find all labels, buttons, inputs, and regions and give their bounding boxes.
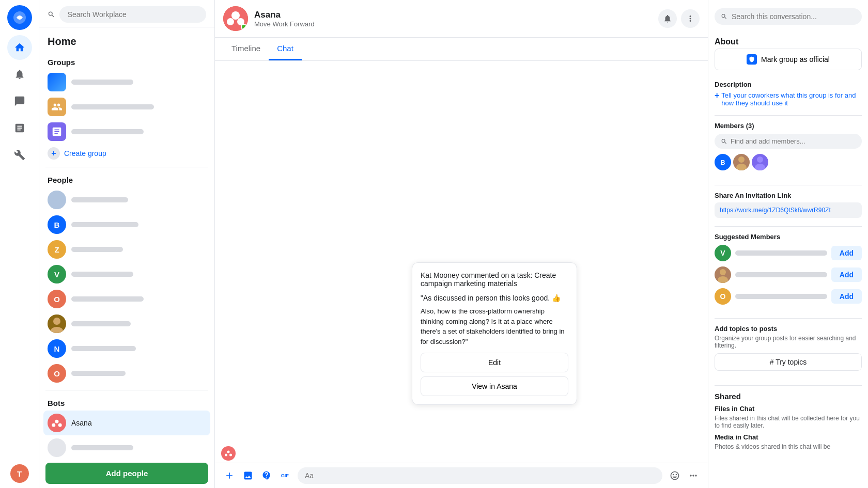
person-avatar-5: O bbox=[48, 290, 66, 308]
rs-divider-4 bbox=[715, 318, 862, 319]
add-suggested-2-button[interactable]: Add bbox=[831, 267, 862, 282]
edit-button[interactable]: Edit bbox=[421, 353, 568, 372]
svg-point-7 bbox=[58, 423, 62, 427]
add-icon-button[interactable] bbox=[221, 467, 238, 484]
svg-point-14 bbox=[229, 454, 232, 456]
group-item-2[interactable] bbox=[39, 95, 214, 119]
nav-bottom: T bbox=[10, 464, 29, 483]
suggested-item-2: Add bbox=[715, 266, 862, 283]
find-members-search bbox=[715, 134, 862, 149]
sidebar: Home Groups + Create group People bbox=[39, 0, 215, 488]
group-item-3[interactable] bbox=[39, 119, 214, 144]
person-item-3[interactable]: Z bbox=[39, 237, 214, 262]
notification-bell-button[interactable] bbox=[658, 9, 677, 28]
svg-point-9 bbox=[231, 11, 240, 20]
sidebar-content: Home Groups + Create group People bbox=[39, 27, 214, 459]
suggested-item-3: O Add bbox=[715, 288, 862, 305]
svg-point-3 bbox=[53, 318, 60, 325]
nav-tools-icon[interactable] bbox=[7, 143, 32, 167]
image-icon-button[interactable] bbox=[240, 467, 256, 484]
chat-text-input[interactable] bbox=[298, 467, 662, 484]
members-section: Members (3) B bbox=[708, 120, 868, 181]
more-options-button[interactable] bbox=[681, 9, 700, 28]
add-suggested-1-button[interactable]: Add bbox=[831, 246, 862, 260]
topics-label: Add topics to posts bbox=[715, 325, 862, 333]
add-suggested-3-button[interactable]: Add bbox=[831, 289, 862, 304]
description-section: Description + Tell your coworkers what t… bbox=[708, 78, 868, 111]
invite-link-display[interactable]: https://work.me/g/1ZD6QtSk8/wwrR90Zt bbox=[715, 202, 862, 218]
rs-divider-2 bbox=[715, 185, 862, 185]
member-avatar-1: B bbox=[715, 154, 731, 170]
files-in-chat-label: Files in Chat bbox=[715, 405, 862, 413]
try-topics-button[interactable]: # Try topics bbox=[715, 353, 862, 371]
chat-input-area: GIF bbox=[215, 463, 708, 488]
bot-item-asana[interactable]: Asana bbox=[43, 411, 210, 435]
bot-item-2[interactable] bbox=[39, 435, 214, 459]
create-group-button[interactable]: + Create group bbox=[39, 144, 214, 163]
chat-input-right-icons bbox=[667, 467, 702, 484]
topics-section: Add topics to posts Organize your group … bbox=[708, 323, 868, 381]
online-indicator bbox=[241, 24, 247, 30]
nav-chat-icon[interactable] bbox=[7, 89, 32, 114]
svg-point-13 bbox=[225, 454, 227, 456]
shared-section: Shared Files in Chat Files shared in thi… bbox=[708, 390, 868, 459]
rs-search-input[interactable] bbox=[732, 12, 856, 21]
chat-input-icons: GIF bbox=[221, 467, 293, 484]
group-avatar-1 bbox=[48, 73, 66, 91]
share-link-label: Share An Invitation Link bbox=[715, 192, 862, 199]
bot-avatar-2 bbox=[48, 438, 66, 457]
suggested-name-bar-3 bbox=[735, 294, 827, 299]
tab-chat[interactable]: Chat bbox=[269, 38, 302, 60]
more-input-options-button[interactable] bbox=[685, 467, 702, 484]
nav-profile-avatar[interactable]: T bbox=[10, 464, 29, 483]
suggested-label: Suggested Members bbox=[715, 233, 862, 241]
emoji-button[interactable] bbox=[667, 467, 683, 484]
person-item-7[interactable]: N bbox=[39, 336, 214, 361]
person-item-8[interactable]: O bbox=[39, 361, 214, 386]
gif-icon-button[interactable]: GIF bbox=[277, 467, 293, 484]
workplace-logo[interactable] bbox=[7, 5, 32, 30]
group-avatar-2 bbox=[48, 98, 66, 116]
person-avatar-4: V bbox=[48, 265, 66, 284]
person-item-6[interactable] bbox=[39, 311, 214, 336]
add-people-button[interactable]: Add people bbox=[45, 463, 208, 484]
person-name-bar-8 bbox=[71, 371, 126, 376]
tab-timeline[interactable]: Timeline bbox=[223, 38, 269, 60]
person-avatar-8: O bbox=[48, 364, 66, 383]
svg-point-2 bbox=[51, 203, 63, 209]
find-members-input[interactable] bbox=[731, 137, 856, 145]
person-item-5[interactable]: O bbox=[39, 287, 214, 311]
search-input[interactable] bbox=[59, 6, 206, 23]
view-in-asana-button[interactable]: View in Asana bbox=[421, 376, 568, 396]
rs-divider-3 bbox=[715, 226, 862, 227]
svg-point-1 bbox=[53, 194, 60, 201]
description-link[interactable]: + Tell your coworkers what this group is… bbox=[715, 91, 862, 107]
asana-bot-name: Asana bbox=[71, 419, 92, 427]
svg-point-17 bbox=[736, 164, 747, 170]
search-icon bbox=[48, 10, 55, 19]
person-item-1[interactable] bbox=[39, 187, 214, 212]
nav-home-icon[interactable] bbox=[7, 35, 32, 60]
suggested-members-section: Suggested Members V Add Add O Add bbox=[708, 231, 868, 314]
person-avatar-1 bbox=[48, 191, 66, 209]
person-item-2[interactable]: B bbox=[39, 212, 214, 237]
header-actions bbox=[658, 9, 700, 28]
person-avatar-3: Z bbox=[48, 240, 66, 259]
person-item-4[interactable]: V bbox=[39, 262, 214, 287]
asana-bot-indicator bbox=[221, 446, 236, 461]
rs-divider-5 bbox=[715, 385, 862, 386]
chat-header-avatar bbox=[223, 6, 248, 31]
suggested-item-1: V Add bbox=[715, 245, 862, 261]
sticker-icon-button[interactable] bbox=[258, 467, 275, 484]
mark-official-button[interactable]: Mark group as official bbox=[715, 49, 862, 70]
group-item-1[interactable] bbox=[39, 70, 214, 95]
nav-pages-icon[interactable] bbox=[7, 116, 32, 140]
nav-notification-icon[interactable] bbox=[7, 62, 32, 87]
rs-divider-1 bbox=[715, 115, 862, 116]
group-avatar-3 bbox=[48, 122, 66, 141]
groups-section-label: Groups bbox=[39, 54, 214, 70]
notification-card-body: Also, how is the cross-platform ownershi… bbox=[421, 306, 568, 347]
person-avatar-6 bbox=[48, 314, 66, 333]
right-sidebar-search bbox=[715, 8, 862, 25]
svg-point-20 bbox=[720, 269, 726, 275]
